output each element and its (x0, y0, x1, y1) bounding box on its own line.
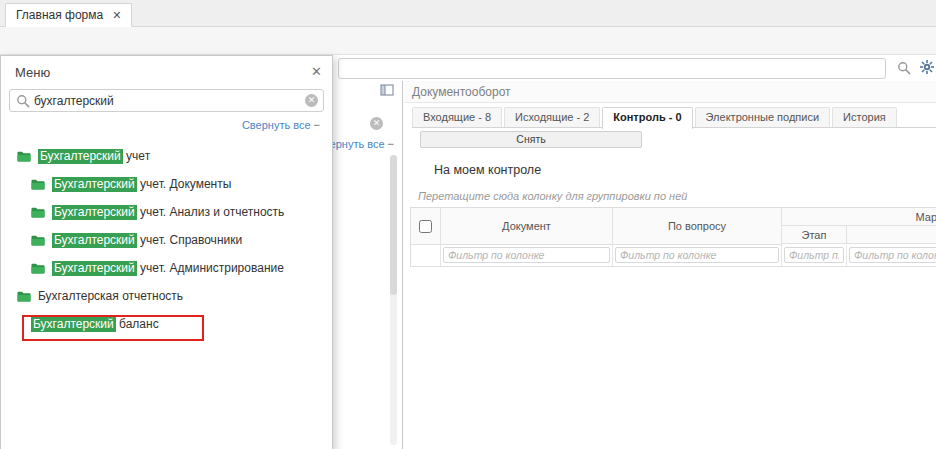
tab-control[interactable]: Контроль - 0 (602, 107, 692, 129)
toolbar (0, 27, 936, 55)
filter-cell-empty (411, 245, 441, 267)
folder-icon (17, 291, 31, 302)
control-table: Документ По вопросу Маршрут Этап Участни… (410, 207, 936, 267)
menu-item-accounting[interactable]: Бухгалтерский учет (1, 142, 332, 170)
tab-history[interactable]: История (832, 107, 897, 127)
column-header-participants[interactable]: Участники (847, 226, 936, 244)
menu-search-input[interactable] (34, 91, 299, 110)
search-icon[interactable] (897, 61, 911, 78)
menu-tree: Бухгалтерский учет Бухгалтерский учет. Д… (1, 142, 332, 338)
minus-icon: − (314, 119, 320, 131)
menu-item-label: Бухгалтерский учет. Справочники (52, 233, 242, 247)
menu-search-box: ✕ (9, 89, 324, 112)
settings-gear-icon[interactable] (919, 59, 935, 78)
search-highlight: Бухгалтерский (52, 205, 137, 220)
search-highlight: Бухгалтерский (31, 317, 116, 332)
filter-cell-subject (613, 245, 782, 267)
menu-item-accounting-reports[interactable]: Бухгалтерская отчетность (1, 282, 332, 310)
panel-title: Документооборот (404, 81, 936, 103)
close-icon[interactable]: ✕ (311, 64, 322, 79)
filter-cell-stage (782, 245, 847, 267)
menu-item-accounting-references[interactable]: Бухгалтерский учет. Справочники (1, 226, 332, 254)
menu-item-accounting-documents[interactable]: Бухгалтерский учет. Документы (1, 170, 332, 198)
tab-incoming[interactable]: Входящие - 8 (412, 107, 502, 127)
column-header-subject[interactable]: По вопросу (613, 208, 782, 245)
docflow-tab-bar: Входящие - 8 Исходящие - 2 Контроль - 0 … (412, 107, 936, 128)
column-group-route: Маршрут Этап Участники (782, 208, 936, 245)
docflow-panel: Документооборот Входящие - 8 Исходящие -… (404, 81, 936, 449)
column-header-document[interactable]: Документ (441, 208, 613, 245)
folder-icon (17, 151, 31, 162)
group-by-hint: Перетащите сюда колонку для группировки … (418, 190, 687, 202)
panel-layout-icon[interactable] (380, 83, 394, 100)
window-tab-strip: Главная форма ✕ (0, 0, 936, 27)
menu-item-accounting-administration[interactable]: Бухгалтерский учет. Администрирование (1, 254, 332, 282)
filter-cell-participants (847, 245, 936, 267)
window-tab-main-form[interactable]: Главная форма ✕ (5, 3, 132, 27)
menu-item-label: Бухгалтерский учет. Анализ и отчетность (52, 205, 284, 219)
window-tab-label: Главная форма (16, 8, 103, 22)
search-highlight: Бухгалтерский (52, 233, 137, 248)
filter-row (411, 245, 936, 267)
menu-item-label: Бухгалтерский учет. Администрирование (52, 261, 284, 275)
folder-icon (31, 207, 45, 218)
filter-input-participants[interactable] (849, 247, 936, 263)
table-header: Документ По вопросу Маршрут Этап Участни… (411, 208, 936, 245)
filter-input-subject[interactable] (615, 247, 779, 263)
section-title: На моем контроле (434, 163, 541, 177)
menu-item-label: Бухгалтерский баланс (31, 317, 159, 331)
select-all-checkbox[interactable] (419, 220, 432, 233)
search-highlight: Бухгалтерский (38, 149, 123, 164)
select-all-cell (411, 208, 441, 245)
nav-scrollbar-thumb[interactable] (390, 155, 397, 295)
filter-input-document[interactable] (443, 247, 610, 263)
minus-icon: − (388, 138, 394, 150)
filter-input-stage[interactable] (784, 247, 844, 263)
menu-item-balance-sheet[interactable]: Бухгалтерский баланс (1, 310, 332, 338)
search-icon (16, 94, 30, 108)
folder-icon (31, 179, 45, 190)
remove-control-button[interactable]: Снять (420, 131, 642, 148)
menu-item-accounting-analysis[interactable]: Бухгалтерский учет. Анализ и отчетность (1, 198, 332, 226)
tab-signatures[interactable]: Электронные подписи (695, 107, 831, 127)
search-highlight: Бухгалтерский (52, 261, 137, 276)
filter-cell-document (441, 245, 613, 267)
menu-title: Меню (15, 65, 50, 80)
menu-popup: Меню ✕ ✕ Свернуть все− Бухгалтерский уче… (0, 55, 333, 449)
clear-search-icon[interactable]: ✕ (305, 94, 318, 107)
close-icon[interactable]: ✕ (112, 9, 121, 22)
search-highlight: Бухгалтерский (52, 177, 137, 192)
folder-icon (31, 235, 45, 246)
nav-scrollbar[interactable] (390, 155, 397, 445)
menu-header: Меню ✕ (1, 56, 332, 89)
folder-icon (31, 263, 45, 274)
menu-item-label: Бухгалтерский учет. Документы (52, 177, 231, 191)
nav-panel: ✕ Свернуть все− (333, 81, 403, 449)
clear-icon[interactable]: ✕ (370, 117, 383, 130)
menu-collapse-all-link[interactable]: Свернуть все− (1, 112, 332, 134)
global-search-input[interactable] (338, 58, 886, 79)
column-header-stage[interactable]: Этап (782, 226, 847, 244)
tab-outgoing[interactable]: Исходящие - 2 (504, 107, 600, 127)
menu-item-label: Бухгалтерский учет (38, 149, 150, 163)
column-group-header-route[interactable]: Маршрут (782, 208, 936, 226)
menu-item-label: Бухгалтерская отчетность (38, 289, 183, 303)
